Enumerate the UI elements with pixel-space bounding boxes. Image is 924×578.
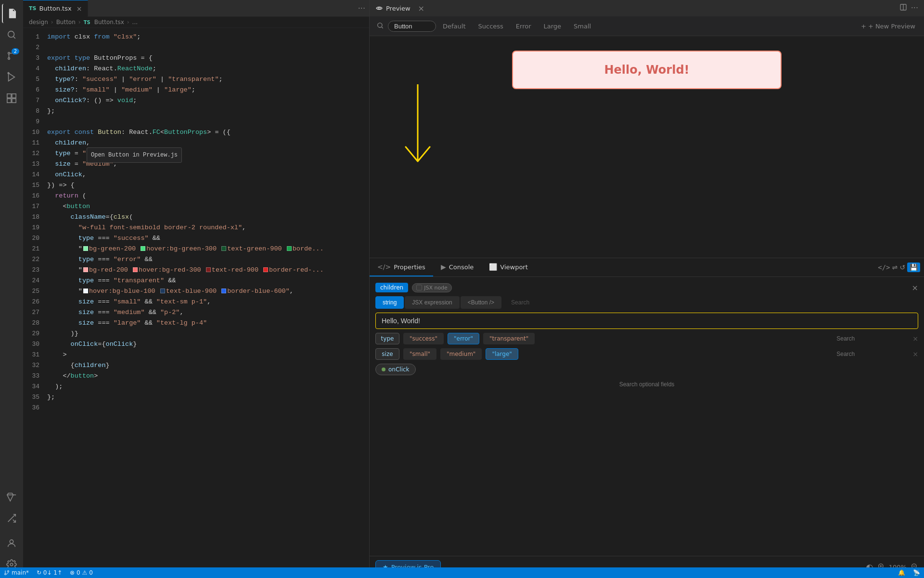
code-line-12: 12 type = "transparent", [23, 148, 369, 159]
new-preview-plus: + [861, 23, 866, 30]
svg-point-25 [8, 571, 9, 572]
type-btn-search[interactable]: Search [504, 297, 536, 308]
code-line-17: 17 <button [23, 201, 369, 212]
code-line-36: 36 [23, 403, 369, 413]
svg-point-11 [10, 540, 13, 543]
code-line-2: 2 [23, 42, 369, 53]
size-option-large[interactable]: "large" [486, 348, 518, 360]
size-prop-close[interactable]: × [912, 350, 918, 358]
onclick-row: onClick [375, 364, 918, 375]
tab-properties[interactable]: </> Properties [370, 258, 433, 276]
annotation-arrow [398, 84, 437, 181]
tab-viewport[interactable]: ⬜ Viewport [481, 258, 536, 276]
source-control-badge: 2 [12, 48, 19, 54]
preview-title: Preview [375, 4, 411, 12]
broadcast-icon[interactable]: 📡 [913, 569, 920, 576]
svg-rect-8 [12, 99, 16, 103]
code-line-30: 30 onClick={onClick} [23, 339, 369, 350]
undo-icon[interactable]: ↺ [899, 263, 905, 271]
files-icon[interactable] [2, 4, 21, 23]
source-control-icon[interactable]: 2 [2, 46, 21, 66]
prop-tag-children[interactable]: children [375, 283, 408, 292]
onclick-pill[interactable]: onClick [375, 364, 416, 375]
preview-icon [375, 4, 383, 12]
tab-console[interactable]: ▶ Console [433, 258, 481, 276]
preview-tab-error[interactable]: Error [510, 21, 537, 32]
optional-fields-search[interactable] [611, 381, 683, 388]
type-btn-jsx-expression[interactable]: JSX expression [405, 296, 459, 309]
code-line-5: 5 type?: "success" | "error" | "transpar… [23, 74, 369, 85]
code-line-10: 10 export const Button: React.FC<ButtonP… [23, 127, 369, 138]
type-prop-close[interactable]: × [912, 335, 918, 342]
status-sync[interactable]: ↻ 0↓ 1↑ [37, 569, 62, 576]
code-line-15: 15 }) => { [23, 180, 369, 191]
warnings-label: ⚠ 0 [82, 569, 93, 576]
test-icon[interactable] [2, 487, 21, 507]
type-prop-search[interactable] [836, 335, 909, 342]
extensions-icon[interactable] [2, 89, 21, 108]
account-icon[interactable] [2, 534, 21, 553]
notification-icon[interactable]: 🔔 [898, 569, 905, 576]
breadcrumb-file[interactable]: Button.tsx [94, 19, 124, 26]
save-state-icon[interactable]: 💾 [907, 263, 920, 272]
code-line-25: 25 "hover:bg-blue-100 text-blue-900 bord… [23, 286, 369, 297]
run-icon[interactable] [2, 67, 21, 87]
breadcrumb-sep2: › [78, 19, 81, 26]
preview-tab-small[interactable]: Small [568, 21, 597, 32]
search-icon[interactable] [2, 25, 21, 44]
code-line-34: 34 ); [23, 381, 369, 392]
code-editor[interactable]: Open Button in Preview.js 1 import clsx … [23, 28, 369, 578]
tab-filename: Button.tsx [39, 5, 71, 12]
status-bar: main* ↻ 0↓ 1↑ ⊗ 0 ⚠ 0 🔔 📡 [0, 567, 924, 578]
type-prop-row: type "success" "error" "transparent" × [375, 333, 918, 344]
breadcrumb-button[interactable]: Button [56, 19, 76, 26]
code-line-6: 6 size?: "small" | "medium" | "large"; [23, 85, 369, 95]
code-icon[interactable]: </> [878, 263, 890, 271]
shuffle-icon[interactable]: ⇌ [892, 263, 898, 271]
preview-tab-success[interactable]: Success [473, 21, 509, 32]
onclick-dot [382, 368, 385, 371]
preview-search-input[interactable] [388, 21, 436, 32]
type-option-success[interactable]: "success" [403, 333, 444, 344]
editor-tab[interactable]: TS Button.tsx × [23, 0, 88, 17]
editor-tab-bar: TS Button.tsx × ··· [23, 0, 369, 17]
preview-close-button[interactable]: × [418, 4, 424, 13]
code-line-26: 26 size === "small" && "text-sm p-1", [23, 297, 369, 307]
optional-fields [375, 379, 918, 390]
status-errors[interactable]: ⊗ 0 ⚠ 0 [70, 569, 93, 576]
breadcrumb-design[interactable]: design [29, 19, 48, 26]
jsx-node-toggle[interactable]: JSX node [412, 283, 452, 292]
children-value-input[interactable] [375, 313, 918, 329]
size-option-medium[interactable]: "medium" [440, 348, 482, 360]
preview-tab-default[interactable]: Default [437, 21, 472, 32]
svg-rect-6 [12, 94, 16, 98]
type-option-transparent[interactable]: "transparent" [483, 333, 535, 344]
type-btn-string[interactable]: string [375, 296, 404, 309]
svg-point-12 [10, 563, 13, 566]
svg-point-26 [5, 574, 6, 575]
size-prop-search[interactable] [836, 351, 909, 357]
preview-search-icon[interactable] [373, 22, 387, 31]
code-line-1: 1 import clsx from "clsx"; [23, 32, 369, 42]
code-line-3: 3 export type ButtonProps = { [23, 53, 369, 64]
code-line-11: 11 children, [23, 138, 369, 148]
preview-viewport: Hello, World! [370, 36, 924, 258]
breadcrumb-more[interactable]: ... [132, 19, 138, 26]
type-btn-button-component[interactable]: <Button /> [461, 296, 501, 309]
new-preview-button[interactable]: + + New Preview [856, 21, 920, 32]
breadcrumb: design › Button › TS Button.tsx › ... [23, 17, 369, 28]
prop-tag-close[interactable]: × [912, 283, 918, 292]
split-editor-icon[interactable] [899, 3, 907, 13]
preview-tab-large[interactable]: Large [538, 21, 567, 32]
code-line-18: 18 className={clsx( [23, 212, 369, 223]
editor-tab-more[interactable]: ··· [354, 4, 369, 13]
more-actions-icon[interactable]: ··· [911, 3, 918, 13]
type-option-error[interactable]: "error" [448, 333, 479, 344]
deploy-icon[interactable] [2, 509, 21, 528]
jsx-node-checkbox [416, 285, 422, 290]
main-container: TS Button.tsx × ··· design › Button › TS… [23, 0, 924, 578]
tab-close-button[interactable]: × [77, 5, 82, 13]
code-line-20: 20 type === "success" && [23, 233, 369, 244]
status-branch[interactable]: main* [4, 569, 29, 576]
size-option-small[interactable]: "small" [403, 348, 436, 360]
